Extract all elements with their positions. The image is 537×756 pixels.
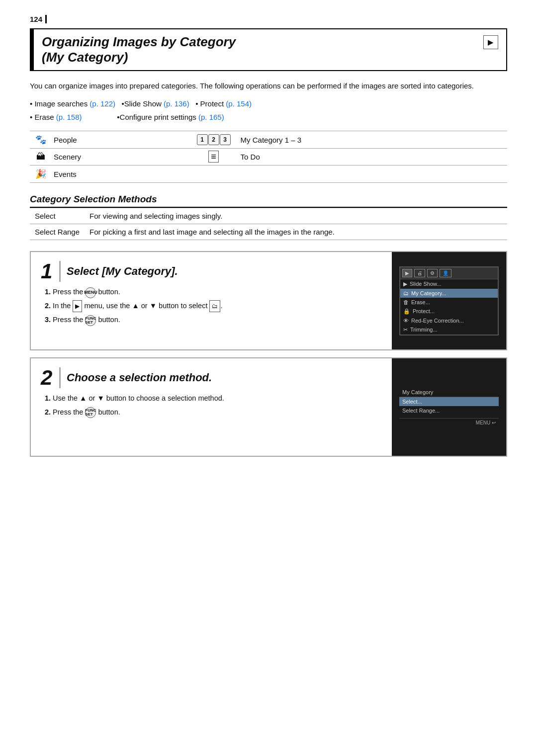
screen-tab-person: 👤 bbox=[440, 269, 451, 277]
cat-num-icons: 1 2 3 bbox=[192, 131, 236, 149]
step-1-header: 1 Select [My Category]. bbox=[41, 261, 382, 282]
func-set-button-icon: FUNCSET bbox=[85, 315, 96, 326]
step-2-inst-2: 2. Press the FUNCSET button. bbox=[45, 406, 382, 419]
method-row-range: Select Range For picking a first and las… bbox=[30, 224, 507, 240]
step-2-inst-1: 1. Use the ▲ or ▼ button to choose a sel… bbox=[45, 392, 382, 405]
cat-icon-people: 🐾 bbox=[30, 131, 49, 149]
page-number: 124 bbox=[30, 15, 47, 23]
method-desc-select: For viewing and selecting images singly. bbox=[85, 208, 507, 224]
screen2-row-select: Select... bbox=[399, 397, 499, 406]
link-p154: (p. 154) bbox=[226, 99, 252, 108]
cat-label-events: Events bbox=[49, 166, 192, 183]
step-1-inst-2: 2. In the ▶ menu, use the ▲ or ▼ button … bbox=[45, 300, 382, 312]
playback-icon: ▶ bbox=[483, 35, 498, 49]
cat-label-scenery: Scenery bbox=[49, 149, 192, 166]
step-2-instructions: 1. Use the ▲ or ▼ button to choose a sel… bbox=[41, 392, 382, 418]
method-name-range: Select Range bbox=[30, 224, 85, 240]
screen-row-slideshow: ▶ Slide Show... bbox=[400, 279, 498, 289]
step-1-left: 1 Select [My Category]. 1. Press the MEN… bbox=[31, 252, 392, 349]
step-2-screen: My Category Select... Select Range... ME… bbox=[392, 358, 506, 456]
methods-table: Select For viewing and selecting images … bbox=[30, 208, 507, 240]
screen-row-trimming: ✂ Trimming... bbox=[400, 325, 498, 335]
step-1-box: 1 Select [My Category]. 1. Press the MEN… bbox=[30, 251, 507, 350]
func-set-button-2-icon: FUNCSET bbox=[85, 407, 96, 418]
method-desc-range: For picking a first and last image and s… bbox=[85, 224, 507, 240]
method-row-select: Select For viewing and selecting images … bbox=[30, 208, 507, 224]
bullet-2: • Erase (p. 158) •Configure print settin… bbox=[30, 110, 507, 124]
cat-todo-icon: ≡ bbox=[192, 149, 236, 166]
mycategory-select-icon: 🗂 bbox=[209, 300, 220, 312]
link-p136: (p. 136) bbox=[164, 99, 189, 108]
cat-label-people: People bbox=[49, 131, 192, 149]
step-2-header: 2 Choose a selection method. bbox=[41, 367, 382, 388]
intro-paragraph: You can organize images into prepared ca… bbox=[30, 80, 507, 92]
screen-row-protect: 🔒 Protect... bbox=[400, 307, 498, 316]
screen2-row-range: Select Range... bbox=[399, 406, 499, 415]
screen-row-redeye: 👁 Red-Eye Correction... bbox=[400, 316, 498, 325]
intro-bullets: • Image searches (p. 122) •Slide Show (p… bbox=[30, 97, 507, 124]
method-name-select: Select bbox=[30, 208, 85, 224]
step-1-inst-3: 3. Press the FUNCSET button. bbox=[45, 314, 382, 326]
step-1-heading: Select [My Category]. bbox=[67, 265, 178, 278]
screen-row-erase: 🗑 Erase... bbox=[400, 298, 498, 307]
screen-tab-print: 🖨 bbox=[414, 269, 425, 277]
cat-label-todo: To Do bbox=[236, 149, 507, 166]
playback-menu-icon: ▶ bbox=[73, 300, 82, 312]
menu-button-icon: MENU bbox=[85, 287, 96, 298]
step-1-instructions: 1. Press the MENU button. 2. In the ▶ me… bbox=[41, 286, 382, 326]
title-box: Organizing Images by Category (My Catego… bbox=[30, 28, 507, 71]
step-1-number: 1 bbox=[41, 261, 61, 282]
cat-icon-events: 🎉 bbox=[30, 166, 49, 183]
cat-icon-scenery: 🏔 bbox=[30, 149, 49, 166]
step-2-box: 2 Choose a selection method. 1. Use the … bbox=[30, 357, 507, 457]
screen-tab-settings: ⚙ bbox=[427, 269, 438, 277]
section-title-methods: Category Selection Methods bbox=[30, 194, 507, 208]
step-2-number: 2 bbox=[41, 367, 61, 388]
screen2-menu-bottom: MENU ↩ bbox=[399, 418, 499, 427]
screen-row-mycategory: 🗂 My Category... bbox=[400, 289, 498, 298]
cat-label-mycategory: My Category 1 – 3 bbox=[236, 131, 507, 149]
screen-tabs-1: ▶ 🖨 ⚙ 👤 bbox=[400, 267, 498, 279]
link-p158: (p. 158) bbox=[56, 113, 82, 121]
screen2-title: My Category bbox=[399, 388, 499, 397]
page-title: Organizing Images by Category (My Catego… bbox=[42, 34, 236, 65]
link-p165: (p. 165) bbox=[198, 113, 224, 121]
step-1-inst-1: 1. Press the MENU button. bbox=[45, 286, 382, 298]
bullet-1: • Image searches (p. 122) •Slide Show (p… bbox=[30, 97, 507, 110]
step-1-screen: ▶ 🖨 ⚙ 👤 ▶ Slide Show... 🗂 My Category...… bbox=[392, 252, 506, 349]
link-p122: (p. 122) bbox=[90, 99, 115, 108]
screen-mockup-1: ▶ 🖨 ⚙ 👤 ▶ Slide Show... 🗂 My Category...… bbox=[399, 266, 499, 336]
step-2-heading: Choose a selection method. bbox=[67, 371, 212, 384]
screen-mockup-2: My Category Select... Select Range... ME… bbox=[399, 388, 499, 427]
step-2-left: 2 Choose a selection method. 1. Use the … bbox=[31, 358, 392, 456]
screen-tab-playback: ▶ bbox=[402, 269, 412, 277]
category-table: 🐾 People 1 2 3 My Category 1 – 3 🏔 Scene… bbox=[30, 131, 507, 183]
